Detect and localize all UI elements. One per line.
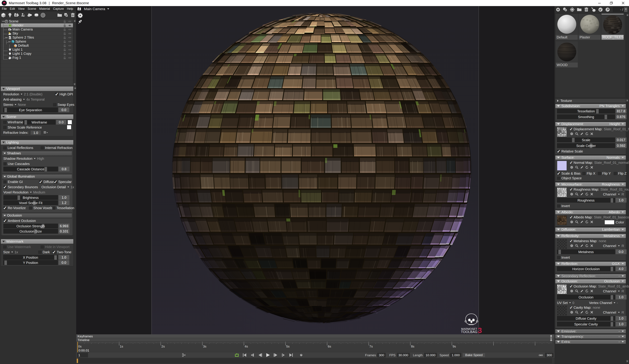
checkbox-two-tone[interactable]: ✓Two-Tone (52, 250, 71, 254)
slider-occlusion-size[interactable]: Occlusion Size0.101 (3, 229, 71, 234)
zoom-icon[interactable] (575, 220, 580, 225)
import-icon[interactable] (597, 6, 604, 13)
dropdown-resolution[interactable]: Resolution2:1 (Double) (3, 92, 42, 96)
slider-track[interactable]: Tessellation (557, 109, 615, 114)
zoom-icon[interactable] (575, 165, 580, 170)
color-control[interactable]: Color (605, 220, 624, 225)
tree-item-main-camera[interactable]: Main Camera (1, 27, 73, 31)
x-icon[interactable] (590, 289, 595, 293)
reload-icon[interactable] (585, 289, 590, 294)
refresh-thumbnails-icon[interactable] (569, 6, 576, 13)
checkbox-box[interactable] (38, 250, 41, 254)
checkbox-box[interactable] (557, 204, 560, 208)
material-plaster[interactable]: Plaster (579, 14, 601, 40)
play-button[interactable] (264, 353, 272, 358)
sections-scroll-up-icon[interactable] (74, 87, 76, 90)
dropdown-shadow-resolution[interactable]: Shadow ResolutionHigh (3, 157, 44, 161)
menu-view[interactable]: View (16, 7, 26, 11)
add-fog-icon[interactable] (40, 12, 46, 18)
tree-item-render[interactable]: Render (1, 23, 73, 27)
field-value[interactable]: 30.000 (397, 353, 410, 357)
gear-icon[interactable] (570, 244, 575, 248)
eye-icon[interactable] (68, 56, 72, 59)
eye-icon[interactable] (68, 52, 72, 55)
material-scrollbar[interactable] (626, 13, 629, 98)
slider-value[interactable]: 4.0 (616, 266, 627, 271)
material-roof_tiles[interactable]: ROOF_TILES (602, 14, 624, 40)
check-icon[interactable]: ✓ (570, 284, 573, 289)
gear-icon[interactable] (570, 289, 575, 294)
play-from-button[interactable] (272, 353, 280, 358)
reload-icon[interactable] (585, 220, 590, 225)
checkbox-flip-z[interactable]: Flip Z (614, 171, 627, 175)
msection-header[interactable]: Microsurface:Roughness (555, 182, 626, 186)
range-handle[interactable] (77, 359, 78, 363)
slider-value[interactable]: 1.0 (616, 198, 627, 203)
lock-icon[interactable] (63, 40, 67, 43)
material-thumbnail[interactable] (556, 14, 578, 35)
slider-value[interactable]: 0.017 (616, 137, 627, 142)
eye-icon[interactable] (68, 44, 72, 47)
keyframes-bar[interactable]: Keyframes (76, 334, 555, 338)
slider-track[interactable]: Brightness (3, 195, 58, 200)
x-icon[interactable] (590, 244, 595, 248)
sync-button[interactable] (295, 353, 303, 358)
slider-brightness[interactable]: Brightness1.0 (3, 195, 71, 200)
check-icon[interactable]: ✓ (570, 187, 573, 192)
slider-track[interactable]: Cascade Distance (3, 167, 58, 171)
slider-y-position[interactable]: Y Position0.0 (3, 260, 71, 265)
msection-mode-dropdown[interactable]: - (619, 329, 624, 333)
go-end-button[interactable] (287, 353, 295, 358)
dropdown-size[interactable]: Size1x (3, 250, 18, 254)
slider-roughness[interactable]: Roughness1.0 (557, 198, 624, 203)
checkbox-show-voxels[interactable]: Show Voxels (29, 206, 53, 210)
checkbox-scale-bias[interactable]: ✓Scale & Bias (557, 171, 581, 175)
material-wood[interactable]: WOOD (556, 41, 578, 67)
slider-value[interactable]: 0.101 (59, 229, 69, 234)
material-thumbnail[interactable] (556, 41, 578, 62)
export-icon[interactable] (604, 6, 611, 13)
slider-value[interactable]: 0.876 (616, 115, 627, 119)
x-icon[interactable] (590, 220, 595, 224)
pencil-icon[interactable] (580, 192, 585, 197)
scene-tree-scrollbar[interactable] (73, 19, 76, 86)
slider-value[interactable]: 6.993 (59, 224, 69, 228)
checkbox-box[interactable] (557, 256, 560, 259)
subsection-shadows[interactable]: Shadows (2, 151, 72, 155)
slider-value[interactable]: 1.0 (616, 295, 627, 299)
collapse-minus-icon[interactable] (8, 41, 11, 42)
slider-value[interactable]: 0.0 (56, 120, 66, 124)
link-icon[interactable] (539, 353, 543, 358)
add-turntable-icon[interactable] (20, 12, 26, 18)
eye-icon[interactable] (68, 20, 72, 23)
checkbox-re-voxelize[interactable]: ✓Re-Voxelize (3, 206, 26, 210)
slider-track[interactable]: Eye Separation (3, 108, 58, 112)
lock-icon[interactable] (63, 32, 67, 35)
msection-header[interactable]: Extra:- (555, 340, 626, 344)
checkbox-box[interactable] (582, 172, 586, 175)
eye-icon[interactable] (68, 28, 72, 31)
material-thumbnail[interactable] (602, 14, 624, 35)
add-sky-icon[interactable] (26, 12, 33, 18)
checkbox-internal-refraction[interactable]: Internal Refraction (41, 146, 72, 150)
scrollbar-down-icon[interactable] (73, 83, 76, 85)
checkbox-box[interactable] (3, 146, 6, 149)
msection-header[interactable]: Albedo:Albedo (555, 210, 626, 214)
eye-icon[interactable] (68, 36, 72, 39)
collapse-down-icon[interactable] (549, 339, 553, 341)
check-icon[interactable]: ✓ (570, 215, 573, 220)
gear-icon[interactable] (570, 132, 575, 136)
dropdown-uv-set[interactable]: UV Set0 (557, 301, 574, 305)
checkbox-enable-gi[interactable]: Enable GI (3, 180, 23, 184)
tree-item-default[interactable]: Default (1, 44, 73, 48)
map-thumbnail[interactable] (557, 215, 567, 225)
menu-material[interactable]: Material (38, 7, 52, 11)
new-material-icon[interactable] (555, 6, 562, 13)
slider-track[interactable]: X Position (3, 255, 58, 260)
checkbox-swap-eyes[interactable]: Swap Eyes (53, 103, 74, 107)
menu-capture[interactable]: Capture (52, 7, 65, 11)
open-folder-icon[interactable] (576, 6, 583, 13)
collapse-up-icon[interactable] (549, 335, 553, 338)
timeline-ruler[interactable]: 0:00.01 0s1s2s3s4s5s6s7s8s9s (76, 342, 555, 352)
slider-value[interactable]: 1.0 (616, 316, 627, 321)
